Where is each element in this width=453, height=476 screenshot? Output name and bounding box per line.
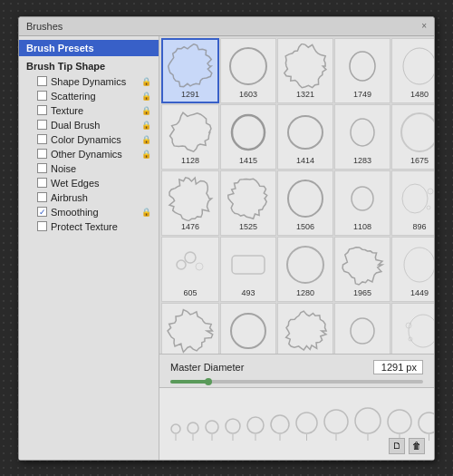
svg-point-17 [404,248,434,282]
sidebar-item-noise[interactable]: Noise [19,161,159,176]
brush-preview-1476 [163,175,217,222]
brush-cell-1291[interactable]: 1291 [161,38,219,103]
checkbox-3[interactable] [37,120,47,130]
sidebar-item-left: Other Dynamics [37,149,122,160]
sidebar-item-color-dynamics[interactable]: Color Dynamics 🔒 [19,132,159,147]
svg-point-29 [226,419,240,433]
sidebar-item-airbrush[interactable]: Airbrush [19,190,159,205]
checkbox-1[interactable] [37,91,47,101]
checkbox-7[interactable] [37,178,47,188]
brush-cell-1200[interactable]: 1200 [220,303,276,354]
preview-brush-3 [223,416,243,442]
brush-cell-1283[interactable]: 1283 [334,104,390,170]
slider-row [159,380,434,387]
brush-label-1128: 1128 [181,156,199,165]
delete-icon[interactable]: 🗑 [409,438,425,454]
brush-cell-896[interactable]: 896 [391,170,434,236]
sidebar-item-shape-dynamics[interactable]: Shape Dynamics 🔒 [19,74,159,89]
brush-label-1675: 1675 [410,156,429,165]
brush-preview-1749 [335,43,390,90]
brush-cell-1476[interactable]: 1476 [161,170,219,236]
checkbox-10[interactable] [37,221,47,231]
sidebar-item-left: Scattering [37,91,96,102]
brush-label-1506: 1506 [296,222,314,231]
diameter-value[interactable]: 1291 px [373,360,423,374]
svg-point-31 [247,417,264,433]
bottom-icons: 🗋 🗑 [389,438,425,454]
sidebar-item-label-0: Shape Dynamics [51,76,126,87]
sidebar-item-dual-brush[interactable]: Dual Brush 🔒 [19,118,159,132]
brush-preview-1280 [278,241,333,288]
preview-brush-6 [294,410,320,442]
sidebar-item-label-7: Wet Edges [51,178,100,189]
new-page-icon[interactable]: 🗋 [389,438,405,454]
checkbox-4[interactable] [37,134,47,144]
svg-point-6 [401,113,434,151]
sidebar-item-protect-texture[interactable]: Protect Texture [19,219,159,234]
diameter-slider-track[interactable] [170,380,423,384]
close-button[interactable]: × [421,21,427,31]
brush-cell-1525[interactable]: 1525 [220,170,276,236]
sidebar-item-wet-edges[interactable]: Wet Edges [19,176,159,190]
checkbox-6[interactable] [37,163,47,173]
brush-preview-1449 [392,241,434,288]
sidebar-item-label-6: Noise [51,163,76,174]
svg-point-35 [296,413,317,433]
brush-cell-1108[interactable]: 1108 [334,170,390,236]
checkbox-2[interactable] [37,105,47,115]
checkbox-0[interactable] [37,76,47,86]
brush-cell-1414[interactable]: 1414 [277,104,333,170]
lock-icon-0: 🔒 [141,77,151,86]
brush-cell-1592[interactable]: 1592 [161,303,219,354]
brush-cell-1480[interactable]: 1480 [391,38,434,103]
sidebar-item-left: Shape Dynamics [37,76,126,87]
brush-preview-1283 [335,109,390,156]
brush-cell-1449[interactable]: 1449 [391,237,434,302]
preview-strip: 🗋 🗑 [159,387,434,460]
brush-cell-1280[interactable]: 1280 [277,237,333,302]
svg-rect-15 [232,256,265,274]
brush-label-1321: 1321 [296,90,314,99]
brush-cell-1965[interactable]: 1965 [334,237,390,302]
brush-cell-2196[interactable]: 2196 [391,303,434,354]
brush-cell-1675[interactable]: 1675 [391,104,434,170]
checkbox-5[interactable] [37,149,47,159]
svg-point-5 [351,119,374,146]
brush-cell-1128[interactable]: 1128 [161,104,219,170]
brush-cell-605[interactable]: 605 [161,237,219,302]
svg-point-37 [324,410,348,433]
sidebar-group-brush-tip: Brush Tip Shape [19,58,159,74]
preview-brushes [169,405,434,442]
brush-cell-1603[interactable]: 1603 [220,38,276,103]
sidebar-item-left: Noise [37,163,76,174]
panel-body: Brush Presets Brush Tip Shape Shape Dyna… [19,36,434,460]
svg-point-9 [402,184,428,213]
sidebar-item-brush-presets[interactable]: Brush Presets [19,40,159,56]
brush-cell-1321[interactable]: 1321 [277,38,333,103]
sidebar-item-texture[interactable]: Texture 🔒 [19,103,159,118]
brush-label-1108: 1108 [353,222,371,231]
brush-cell-1749[interactable]: 1749 [334,38,390,103]
sidebar-item-smoothing[interactable]: ✓ Smoothing 🔒 [19,205,159,219]
brush-grid-container[interactable]: 1291 1603 1321 1749 1480 1128 1415 [159,36,434,354]
sidebar-item-other-dynamics[interactable]: Other Dynamics 🔒 [19,147,159,161]
svg-point-0 [230,48,266,84]
brush-cell-1353[interactable]: 1353 [277,303,333,354]
brush-label-1280: 1280 [296,288,314,297]
checkbox-8[interactable] [37,192,47,202]
brush-cell-1506[interactable]: 1506 [277,170,333,236]
brush-label-896: 896 [412,222,426,231]
brush-cell-993[interactable]: 993 [334,303,390,354]
preview-brush-4 [245,414,266,442]
sidebar-item-scattering[interactable]: Scattering 🔒 [19,89,159,103]
brush-cell-493[interactable]: 493 [220,237,276,302]
brush-cell-1415[interactable]: 1415 [220,104,276,170]
brush-preview-493 [221,241,275,288]
sidebar-item-left: ✓ Smoothing [37,207,99,218]
svg-point-25 [188,423,198,433]
sidebar-item-label-4: Color Dynamics [51,134,121,145]
brush-label-1414: 1414 [296,156,314,165]
sidebar-item-left: Color Dynamics [37,134,121,145]
slider-thumb[interactable] [205,378,212,385]
checkbox-9[interactable]: ✓ [37,207,47,217]
